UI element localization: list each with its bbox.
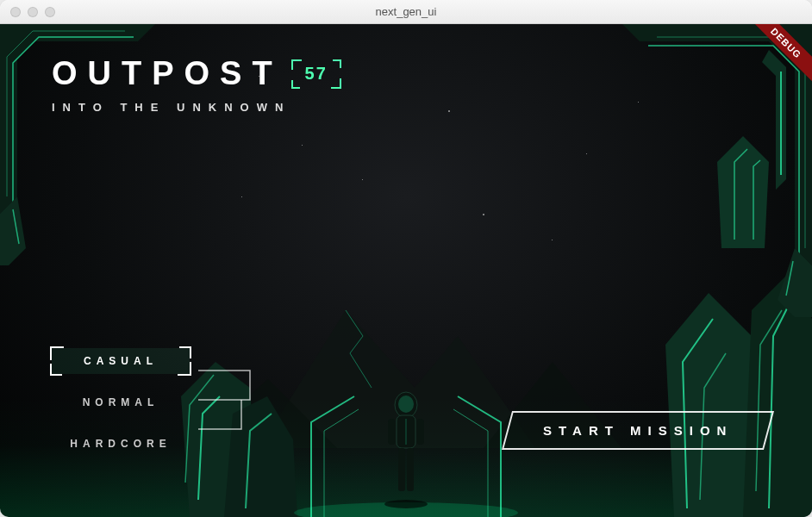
star-icon [638,102,639,103]
svg-rect-13 [398,448,405,491]
menu-connector-icon [198,357,319,443]
difficulty-option-casual[interactable]: CASUAL [52,348,190,374]
difficulty-option-normal[interactable]: NORMAL [52,389,190,415]
star-icon [302,145,303,146]
star-icon [362,179,363,180]
svg-rect-14 [407,448,414,491]
title-block: OUTPOST 57 INTO THE UNKNOWN [52,55,340,114]
star-icon [552,240,553,240]
title-badge: 57 [293,61,340,87]
difficulty-label: CASUAL [84,355,158,367]
game-viewport: DEBUG OUTPOST 57 INTO THE UNKNOWN CASUAL [0,24,812,517]
difficulty-option-hardcore[interactable]: HARDCORE [52,431,190,457]
difficulty-label: NORMAL [83,396,159,408]
debug-banner: DEBUG [744,24,812,85]
svg-marker-20 [717,136,769,248]
astronaut-icon [376,388,436,508]
app-window: next_gen_ui [0,0,812,517]
rock-pillar-right-icon [640,258,812,517]
star-icon [241,196,242,197]
star-icon [586,153,587,154]
window-titlebar: next_gen_ui [0,0,812,24]
star-icon [448,110,450,112]
svg-rect-12 [416,419,424,445]
difficulty-menu: CASUAL NORMAL HARDCORE [52,348,190,457]
star-icon [483,214,484,215]
svg-marker-19 [762,50,786,190]
svg-marker-17 [0,196,26,265]
svg-point-15 [384,500,428,508]
svg-marker-6 [743,276,812,517]
title-subtitle: INTO THE UNKNOWN [52,101,340,114]
svg-point-9 [398,396,414,413]
svg-rect-11 [388,419,396,445]
title-text: OUTPOST [52,55,283,92]
difficulty-label: HARDCORE [70,438,171,450]
title-badge-number: 57 [305,64,328,84]
window-title: next_gen_ui [0,5,812,18]
start-button-label: START MISSION [543,423,733,438]
start-mission-button[interactable]: START MISSION [502,411,774,450]
title-main: OUTPOST 57 [52,55,340,92]
